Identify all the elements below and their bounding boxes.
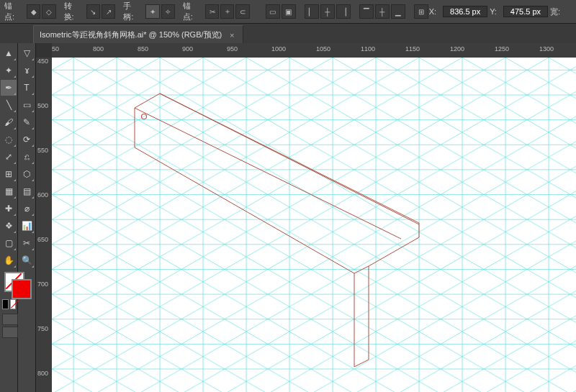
gradient-tool[interactable]: ▤: [19, 183, 35, 199]
shape-builder-tool[interactable]: ⬡: [19, 166, 35, 182]
eraser-tool[interactable]: ◌: [1, 132, 17, 147]
width-tool[interactable]: ⎌: [19, 149, 35, 165]
remove-anchor-icon[interactable]: ✂: [205, 4, 219, 19]
isometric-grid: [52, 58, 576, 392]
free-transform-tool[interactable]: ⊞: [1, 166, 17, 182]
ruler-tick: 1150: [405, 45, 420, 53]
ruler-tick: 600: [37, 191, 48, 199]
mesh-tool[interactable]: ▦: [1, 183, 17, 199]
symbol-tool[interactable]: ❖: [1, 218, 17, 234]
ref-point-icon[interactable]: ⊞: [414, 4, 428, 19]
align-edge-icon[interactable]: ▭: [266, 4, 280, 19]
workarea: ▲✦✒╲🖌◌⤢⊞▦✚❖▢✋ ▽ɤT▭✎⟳⎌⬡▤⌀📊✂🔍 450800850900…: [0, 43, 576, 392]
eyedropper-tool[interactable]: ✚: [1, 201, 17, 216]
control-bar: 锚点: ◆ ◇ 转换: ↘ ↗ 手柄: ✦ ✧ 锚点: ✂ ＋ ⊂ ▭ ▣ ▏ …: [0, 0, 576, 24]
line-tool[interactable]: ╲: [1, 97, 17, 113]
hand-tool[interactable]: ✋: [1, 252, 17, 268]
add-anchor-icon[interactable]: ＋: [220, 4, 234, 19]
document-tab[interactable]: Isometric等距视角斜角网格.ai* @ 150% (RGB/预览) ×: [33, 25, 243, 44]
rotate-tool[interactable]: ⟳: [19, 132, 35, 147]
screen-mode[interactable]: [2, 314, 17, 338]
align-bottom-icon[interactable]: ▁: [391, 4, 405, 19]
ruler-tick: 500: [37, 102, 48, 109]
align-hcenter-icon[interactable]: ┼: [320, 4, 335, 19]
magic-wand-tool[interactable]: ✦: [1, 63, 17, 78]
rectangle-tool[interactable]: ▭: [19, 97, 35, 113]
select-tool[interactable]: ▲: [1, 45, 17, 61]
ruler-horizontal[interactable]: 4508008509009501000105011001150120012501…: [52, 43, 576, 58]
anchor-label: 锚点:: [4, 1, 22, 22]
convert2-icon[interactable]: ↗: [102, 4, 115, 19]
zoom-tool[interactable]: 🔍: [19, 252, 35, 268]
blend-tool[interactable]: ⌀: [19, 201, 35, 216]
ruler-tick: 850: [138, 45, 148, 53]
ruler-tick: 650: [37, 236, 48, 243]
convert-icon[interactable]: ↘: [86, 4, 100, 19]
lasso-tool[interactable]: ɤ: [19, 63, 35, 78]
ruler-tick: 450: [52, 45, 59, 53]
toolbar-left-2: ▽ɤT▭✎⟳⎌⬡▤⌀📊✂🔍: [18, 43, 36, 392]
ruler-tick: 950: [227, 45, 238, 53]
document-tabs: Isometric等距视角斜角网格.ai* @ 150% (RGB/预览) ×: [0, 24, 576, 45]
graph-tool[interactable]: 📊: [19, 218, 35, 234]
canvas[interactable]: [52, 58, 576, 392]
close-tab-icon[interactable]: ×: [228, 31, 236, 40]
w-label: 宽:: [550, 6, 560, 17]
canvas-area: 4508008509009501000105011001150120012501…: [36, 43, 576, 392]
anchor-smooth-icon[interactable]: ◇: [42, 4, 55, 19]
connect-icon[interactable]: ⊂: [235, 4, 249, 19]
ruler-tick: 900: [182, 45, 193, 53]
pencil-tool[interactable]: ✎: [19, 114, 35, 130]
ruler-tick: 700: [37, 281, 48, 288]
ruler-tick: 550: [37, 147, 48, 154]
x-value[interactable]: 836.5 px: [443, 6, 487, 17]
mini-swatch[interactable]: [2, 299, 17, 309]
ruler-tick: 1050: [316, 45, 330, 53]
align-right-icon[interactable]: ▕: [336, 4, 351, 19]
align-top-icon[interactable]: ▔: [359, 4, 374, 19]
ruler-tick: 800: [93, 45, 104, 53]
slice-tool[interactable]: ✂: [19, 235, 35, 251]
direct-select-tool[interactable]: ▽: [19, 45, 35, 61]
align-left-icon[interactable]: ▏: [305, 4, 319, 19]
ruler-tick: 1250: [495, 45, 509, 53]
type-tool[interactable]: T: [19, 80, 35, 96]
handle-label: 手柄:: [123, 1, 140, 22]
align-vcenter-icon[interactable]: ┼: [375, 4, 390, 19]
transform-label: 转换:: [64, 1, 81, 22]
ruler-tick: 1200: [450, 45, 464, 53]
toolbar-left: ▲✦✒╲🖌◌⤢⊞▦✚❖▢✋: [0, 43, 18, 392]
color-swatch[interactable]: [4, 272, 30, 298]
tab-title: Isometric等距视角斜角网格.ai* @ 150% (RGB/预览): [40, 29, 222, 40]
ruler-tick: 1300: [539, 45, 554, 53]
handle2-icon[interactable]: ✧: [161, 4, 175, 19]
ruler-vertical[interactable]: 450500550600650700750800: [36, 58, 53, 392]
ruler-tick: 450: [37, 58, 48, 65]
brush-tool[interactable]: 🖌: [1, 114, 17, 130]
anchors-label: 锚点:: [183, 1, 200, 22]
ruler-tick: 800: [37, 370, 48, 377]
artboard-tool[interactable]: ▢: [1, 235, 17, 251]
ruler-tick: 1100: [361, 45, 375, 53]
ruler-tick: 1000: [271, 45, 286, 53]
x-label: X:: [429, 7, 436, 16]
handle-icon[interactable]: ✦: [145, 4, 159, 19]
pen-tool[interactable]: ✒: [1, 80, 17, 96]
y-value[interactable]: 475.5 px: [503, 6, 548, 17]
scale-tool[interactable]: ⤢: [1, 149, 17, 165]
anchor-corner-icon[interactable]: ◆: [27, 4, 40, 19]
ruler-tick: 750: [37, 325, 48, 332]
isolate-icon[interactable]: ▣: [282, 4, 296, 19]
y-label: Y:: [490, 7, 497, 16]
svg-rect-0: [52, 58, 576, 392]
